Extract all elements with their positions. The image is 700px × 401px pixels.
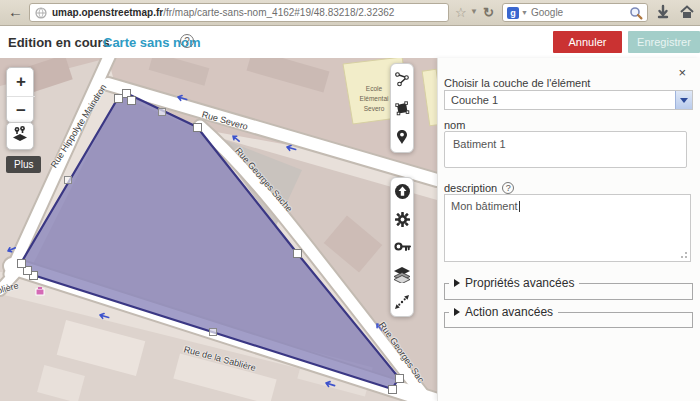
layers-button[interactable] — [391, 263, 413, 287]
feature-edit-panel: × Choisir la couche de l'élément Couche … — [437, 58, 700, 401]
description-help-icon[interactable]: ? — [502, 182, 514, 194]
settings-gear-button[interactable] — [391, 207, 413, 231]
browser-chrome: ← umap.openstreetmap.fr/fr/map/carte-san… — [0, 0, 700, 26]
layer-select[interactable]: Couche 1 — [444, 90, 693, 110]
zoom-out-button[interactable]: − — [7, 96, 35, 124]
zoom-control: + − — [6, 67, 34, 123]
edit-toolbar — [390, 177, 414, 317]
name-input[interactable] — [444, 131, 687, 168]
search-engine-favicon: g — [507, 7, 519, 19]
triangle-right-icon — [454, 279, 460, 287]
site-globe-icon — [35, 7, 47, 19]
umap-header: Edition en cours Carte sans nom ? Annule… — [0, 26, 700, 58]
import-button[interactable] — [391, 180, 413, 204]
chevron-down-icon[interactable] — [675, 91, 692, 109]
download-icon[interactable] — [655, 4, 671, 20]
draw-marker-button[interactable] — [391, 125, 413, 149]
draw-polyline-button[interactable] — [391, 67, 413, 91]
layer-select-label: Choisir la couche de l'élément — [444, 77, 590, 89]
bookmark-star-icon[interactable]: ☆ — [455, 5, 467, 20]
home-icon[interactable] — [679, 4, 695, 20]
triangle-right-icon — [454, 308, 460, 316]
draw-toolbar — [390, 63, 414, 153]
resize-grip-icon[interactable] — [680, 251, 687, 258]
description-label: description — [444, 182, 497, 194]
name-label: nom — [444, 119, 465, 131]
advanced-properties-section: Propriétés avancées — [444, 276, 693, 300]
map-pins-icon — [11, 125, 29, 147]
back-button[interactable]: ← — [5, 2, 26, 23]
search-input[interactable]: g ▼ Google — [502, 3, 648, 22]
poi-icon — [36, 287, 44, 295]
plus-tooltip: Plus — [6, 156, 41, 173]
advanced-properties-toggle[interactable]: Propriétés avancées — [449, 276, 579, 290]
save-button[interactable]: Enregistrer — [628, 31, 700, 53]
dropdown-caret-icon[interactable]: ▼ — [470, 7, 478, 16]
layer-select-value: Couche 1 — [445, 94, 675, 106]
more-controls-button[interactable] — [6, 122, 34, 150]
description-textarea[interactable]: Mon bâtiment — [444, 194, 691, 262]
url-domain: umap.openstreetmap.fr — [52, 7, 163, 18]
reload-icon[interactable]: ↻ — [483, 5, 494, 20]
measure-button[interactable] — [391, 290, 413, 314]
permissions-key-button[interactable] — [391, 235, 413, 259]
address-bar[interactable]: umap.openstreetmap.fr/fr/map/carte-sans-… — [29, 3, 449, 22]
magnifier-icon[interactable] — [629, 6, 643, 20]
search-engine-caret-icon[interactable]: ▼ — [521, 9, 528, 16]
url-path: /fr/map/carte-sans-nom_4162#19/48.83218/… — [163, 7, 394, 18]
zoom-in-button[interactable]: + — [7, 68, 35, 96]
close-icon[interactable]: × — [678, 66, 686, 79]
advanced-actions-toggle[interactable]: Action avancées — [449, 305, 558, 319]
map-canvas[interactable]: Rue Hippolyte Maindron Rue Severo Rue Ge… — [0, 58, 437, 401]
search-engine-label: Google — [531, 7, 629, 18]
draw-polygon-button[interactable] — [391, 96, 413, 120]
advanced-actions-section: Action avancées — [444, 305, 693, 328]
cancel-button[interactable]: Annuler — [553, 31, 622, 53]
text-cursor — [519, 201, 520, 212]
description-value: Mon bâtiment — [451, 200, 518, 212]
help-icon[interactable]: ? — [180, 34, 194, 48]
edit-status-text: Edition en cours — [8, 35, 110, 50]
